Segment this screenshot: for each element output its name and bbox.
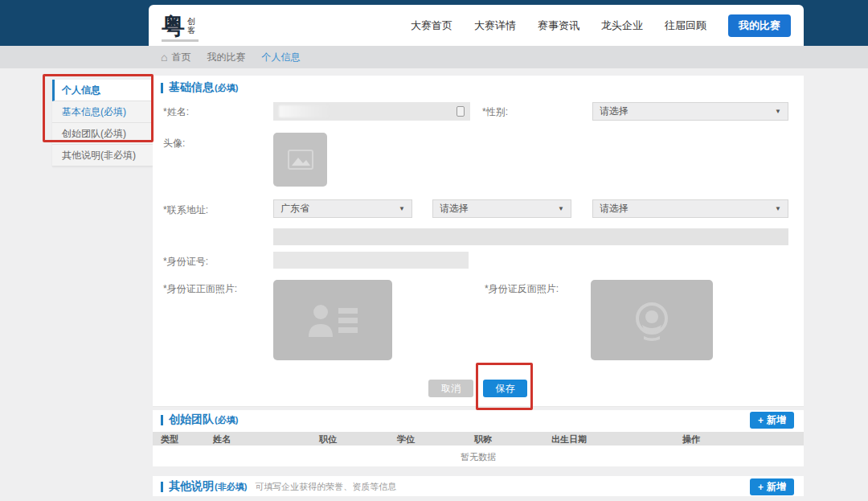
nav-item-news[interactable]: 赛事资讯: [538, 18, 579, 33]
id-number-label: *身份证号:: [163, 255, 208, 269]
address-city-select[interactable]: 请选择 ▼: [432, 199, 571, 218]
address-detail-input[interactable]: [273, 228, 788, 245]
id-front-upload[interactable]: [273, 280, 392, 360]
panel-divider: [153, 406, 804, 407]
redacted-name-value: [279, 105, 329, 117]
chevron-down-icon: ▼: [775, 108, 781, 115]
plus-icon: +: [758, 415, 764, 426]
nav-item-enterprises[interactable]: 龙头企业: [601, 18, 643, 33]
photo-icon: [287, 149, 314, 170]
other-title-suffix: (非必填): [215, 481, 247, 493]
address-city-value: 请选择: [440, 202, 469, 216]
team-title: 创始团队: [169, 413, 214, 427]
save-button[interactable]: 保存: [483, 380, 527, 397]
avatar-upload[interactable]: [273, 133, 327, 187]
other-title: 其他说明: [169, 479, 214, 494]
team-empty-state: 暂无数据: [153, 449, 804, 465]
name-input[interactable]: [273, 102, 470, 121]
national-emblem-icon: [629, 298, 674, 343]
id-back-upload[interactable]: [591, 280, 713, 360]
address-label: *联系地址:: [163, 203, 208, 217]
breadcrumb: ⌂ 首页 我的比赛 个人信息: [0, 46, 868, 68]
team-table-header: 类型 姓名 职位 学位 职称 出生日期 操作: [153, 432, 804, 446]
nav-item-past[interactable]: 往届回顾: [665, 18, 706, 33]
logo-text-bottom: 客: [187, 26, 195, 35]
home-icon: ⌂: [161, 52, 167, 62]
basic-info-title-suffix: (必填): [215, 82, 238, 94]
sidebar-item-basic-info[interactable]: 基本信息(必填): [52, 101, 153, 123]
col-type: 类型: [161, 433, 178, 446]
input-addon-icon[interactable]: [457, 106, 465, 117]
section-bar-icon: [161, 482, 163, 492]
logo-caption: [162, 39, 199, 42]
col-actions: 操作: [682, 433, 700, 446]
nav-item-home[interactable]: 大赛首页: [411, 18, 452, 33]
id-number-input[interactable]: [273, 252, 469, 269]
gender-select[interactable]: 请选择 ▼: [592, 102, 788, 121]
breadcrumb-current: 个人信息: [261, 51, 300, 64]
gender-label: *性别:: [482, 105, 508, 119]
plus-icon: +: [758, 482, 764, 493]
sidebar: 个人信息 基本信息(必填) 创始团队(必填) 其他说明(非必填): [52, 80, 153, 166]
section-bar-icon: [161, 415, 163, 425]
address-province-select[interactable]: 广东省 ▼: [273, 199, 412, 218]
other-hint: 可填写企业获得的荣誉、资质等信息: [255, 481, 396, 493]
nav-item-details[interactable]: 大赛详情: [474, 18, 516, 33]
col-name: 姓名: [213, 433, 231, 446]
address-district-select[interactable]: 请选择 ▼: [592, 199, 788, 218]
team-add-label: 新增: [767, 413, 786, 427]
breadcrumb-home-label: 首页: [171, 51, 190, 64]
id-back-label: *身份证反面照片:: [485, 282, 559, 296]
sidebar-item-founding-team[interactable]: 创始团队(必填): [52, 123, 153, 145]
other-section-header: 其他说明 (非必填) 可填写企业获得的荣誉、资质等信息: [161, 479, 396, 494]
site-header: 粤 创 客 大赛首页 大赛详情 赛事资讯 龙头企业 往届回顾 我的比赛: [149, 5, 804, 46]
page: 粤 创 客 大赛首页 大赛详情 赛事资讯 龙头企业 往届回顾 我的比赛 ⌂ 首页…: [0, 0, 868, 501]
sidebar-item-other-notes[interactable]: 其他说明(非必填): [52, 145, 153, 166]
col-degree: 学位: [397, 433, 415, 446]
team-section-header: 创始团队 (必填): [161, 413, 238, 427]
gender-select-value: 请选择: [600, 105, 628, 118]
logo-text: 创 客: [187, 17, 195, 35]
logo-text-top: 创: [187, 17, 195, 26]
chevron-down-icon: ▼: [558, 205, 564, 212]
my-matches-button[interactable]: 我的比赛: [728, 14, 791, 37]
col-birthdate: 出生日期: [551, 433, 587, 446]
logo-glyph: 粤: [162, 14, 185, 38]
avatar-label: 头像:: [163, 137, 185, 150]
main-nav: 大赛首页 大赛详情 赛事资讯 龙头企业 往届回顾 我的比赛: [411, 14, 791, 37]
basic-info-title: 基础信息: [169, 80, 214, 95]
section-bar-icon: [161, 83, 163, 93]
col-position: 职位: [319, 433, 337, 446]
team-title-suffix: (必填): [215, 414, 238, 426]
other-add-button[interactable]: + 新增: [750, 478, 794, 495]
basic-info-section-header: 基础信息 (必填): [161, 80, 238, 95]
site-logo[interactable]: 粤 创 客: [162, 14, 195, 38]
team-add-button[interactable]: + 新增: [750, 412, 794, 429]
address-district-value: 请选择: [600, 202, 628, 216]
sidebar-item-personal-info[interactable]: 个人信息: [52, 80, 153, 101]
chevron-down-icon: ▼: [399, 205, 405, 212]
name-label: *姓名:: [163, 105, 189, 119]
breadcrumb-my-matches[interactable]: 我的比赛: [207, 51, 245, 64]
other-add-label: 新增: [767, 480, 786, 494]
id-card-front-icon: [306, 303, 359, 337]
chevron-down-icon: ▼: [775, 205, 781, 212]
col-title: 职称: [474, 433, 492, 446]
id-front-label: *身份证正面照片:: [163, 282, 237, 296]
cancel-button[interactable]: 取消: [428, 380, 473, 397]
address-province-value: 广东省: [280, 202, 309, 216]
breadcrumb-home[interactable]: ⌂ 首页: [161, 51, 190, 64]
